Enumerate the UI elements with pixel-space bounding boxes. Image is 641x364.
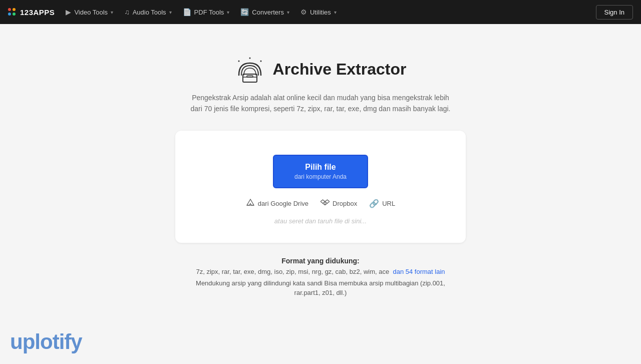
dropbox-label: Dropbox [333, 200, 357, 207]
archive-svg-icon [235, 54, 265, 84]
google-drive-icon [246, 198, 255, 209]
link-icon: 🔗 [369, 199, 379, 208]
nav-label-audio: Audio Tools [133, 9, 166, 16]
logo[interactable]: 123APPS [8, 8, 55, 17]
sign-in-button[interactable]: Sign In [596, 5, 633, 20]
navbar: 123APPS ▶ Video Tools ▾ ♫ Audio Tools ▾ … [0, 0, 641, 24]
nav-items: ▶ Video Tools ▾ ♫ Audio Tools ▾ 📄 PDF To… [61, 5, 341, 19]
watermark-suffix: tify [53, 330, 82, 353]
nav-item-utilities[interactable]: ⚙ Utilities ▾ [295, 5, 342, 19]
pick-file-button[interactable]: Pilih file dari komputer Anda [273, 155, 368, 188]
google-drive-label: dari Google Drive [258, 200, 308, 207]
dot-red [8, 8, 11, 11]
dropbox-icon [320, 198, 330, 209]
hero-description: Pengekstrak Arsip adalah alat online kec… [190, 92, 451, 115]
chevron-down-icon: ▾ [227, 10, 229, 15]
utilities-icon: ⚙ [300, 8, 307, 16]
google-drive-link[interactable]: dari Google Drive [246, 198, 308, 209]
url-link[interactable]: 🔗 URL [369, 199, 395, 208]
nav-item-audio-tools[interactable]: ♫ Audio Tools ▾ [119, 5, 176, 19]
format-list: 7z, zipx, rar, tar, exe, dmg, iso, zip, … [185, 268, 456, 275]
chevron-down-icon: ▾ [334, 10, 337, 15]
hero-section: Archive Extractor Pengekstrak Arsip adal… [190, 54, 451, 115]
pick-file-sub: dari komputer Anda [294, 173, 347, 180]
watermark: uplotify [10, 330, 82, 354]
page-title: Archive Extractor [273, 60, 407, 79]
format-list-text: 7z, zipx, rar, tar, exe, dmg, iso, zip, … [196, 268, 389, 275]
more-formats-link[interactable]: dan 54 format lain [393, 268, 445, 275]
nav-label-utilities: Utilities [310, 9, 331, 16]
chevron-down-icon: ▾ [111, 10, 113, 15]
audio-icon: ♫ [124, 8, 130, 16]
format-section: Format yang didukung: 7z, zipx, rar, tar… [185, 257, 456, 298]
svg-point-4 [249, 58, 250, 59]
nav-label-converters: Converters [252, 9, 284, 16]
svg-point-3 [238, 61, 239, 62]
pdf-icon: 📄 [183, 8, 191, 16]
source-links: dari Google Drive Dropbox 🔗 URL [246, 198, 395, 209]
drag-hint: atau seret dan taruh file di sini... [274, 217, 367, 225]
format-title: Format yang didukung: [185, 257, 456, 265]
dropbox-link[interactable]: Dropbox [320, 198, 357, 209]
logo-dots [8, 8, 16, 16]
dot-blue [8, 13, 11, 16]
url-label: URL [382, 200, 395, 207]
watermark-prefix: upl [10, 330, 40, 353]
svg-point-5 [260, 61, 261, 62]
main-content: Archive Extractor Pengekstrak Arsip adal… [0, 24, 641, 318]
nav-label-pdf: PDF Tools [194, 9, 224, 16]
chevron-down-icon: ▾ [287, 10, 289, 15]
logo-text: 123APPS [20, 8, 55, 17]
nav-label-video: Video Tools [74, 9, 108, 16]
dot-yellow [13, 8, 16, 11]
nav-item-video-tools[interactable]: ▶ Video Tools ▾ [61, 5, 118, 19]
hero-icon-row: Archive Extractor [235, 54, 407, 84]
converters-icon: 🔄 [240, 8, 249, 16]
svg-rect-2 [247, 76, 253, 77]
video-icon: ▶ [66, 8, 71, 16]
watermark-accent: o [40, 330, 53, 353]
pick-file-label: Pilih file [305, 163, 336, 172]
nav-item-pdf-tools[interactable]: 📄 PDF Tools ▾ [178, 5, 235, 19]
drop-zone-card: Pilih file dari komputer Anda dari Googl… [175, 131, 466, 243]
format-note: Mendukung arsip yang dilindungi kata san… [185, 278, 456, 298]
chevron-down-icon: ▾ [169, 10, 172, 15]
nav-item-converters[interactable]: 🔄 Converters ▾ [235, 5, 294, 19]
dot-green [13, 13, 16, 16]
